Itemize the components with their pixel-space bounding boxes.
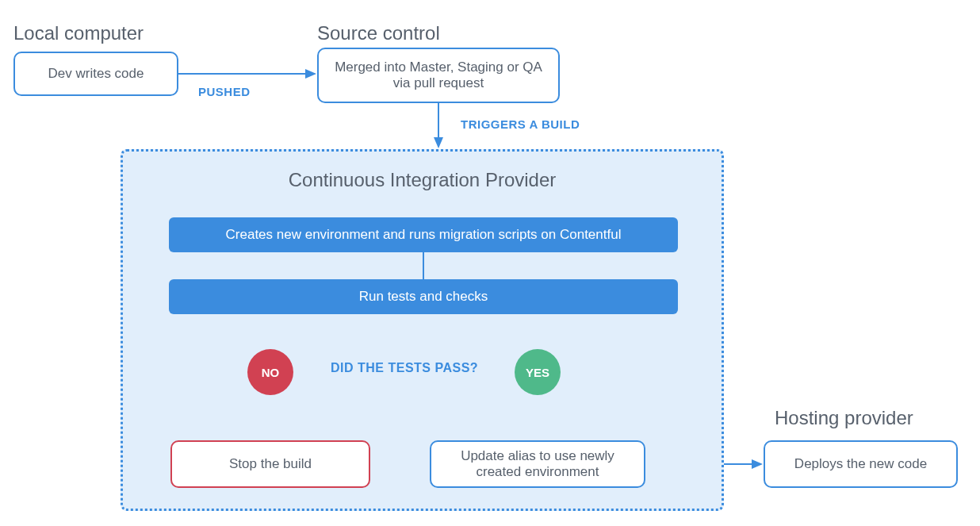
bar-text: Creates new environment and runs migrati… [226, 227, 622, 243]
decision-no: NO [247, 349, 293, 395]
circle-text: YES [526, 366, 549, 379]
edge-label-tests-pass: DID THE TESTS PASS? [331, 361, 478, 375]
box-text: Stop the build [229, 456, 312, 472]
box-text: Merged into Master, Staging or QA via pu… [328, 60, 549, 91]
ci-step-env: Creates new environment and runs migrati… [169, 217, 678, 252]
box-deploys-code: Deploys the new code [764, 440, 958, 488]
box-stop-build: Stop the build [170, 440, 370, 488]
ci-panel-title: Continuous Integration Provider [121, 169, 724, 191]
section-title-hosting: Hosting provider [775, 407, 913, 429]
section-title-local: Local computer [13, 22, 144, 44]
edge-label-triggers: TRIGGERS A BUILD [461, 117, 580, 131]
box-text: Dev writes code [48, 66, 144, 82]
box-merged-master: Merged into Master, Staging or QA via pu… [317, 48, 560, 103]
box-text: Deploys the new code [794, 456, 927, 472]
section-title-source-control: Source control [317, 22, 440, 44]
box-dev-writes-code: Dev writes code [13, 52, 178, 96]
decision-yes: YES [515, 349, 561, 395]
ci-step-tests: Run tests and checks [169, 279, 678, 314]
bar-text: Run tests and checks [359, 289, 488, 305]
box-update-alias: Update alias to use newly created enviro… [430, 440, 645, 488]
box-text: Update alias to use newly created enviro… [441, 448, 634, 480]
circle-text: NO [262, 366, 280, 379]
edge-label-pushed: PUSHED [198, 85, 251, 98]
